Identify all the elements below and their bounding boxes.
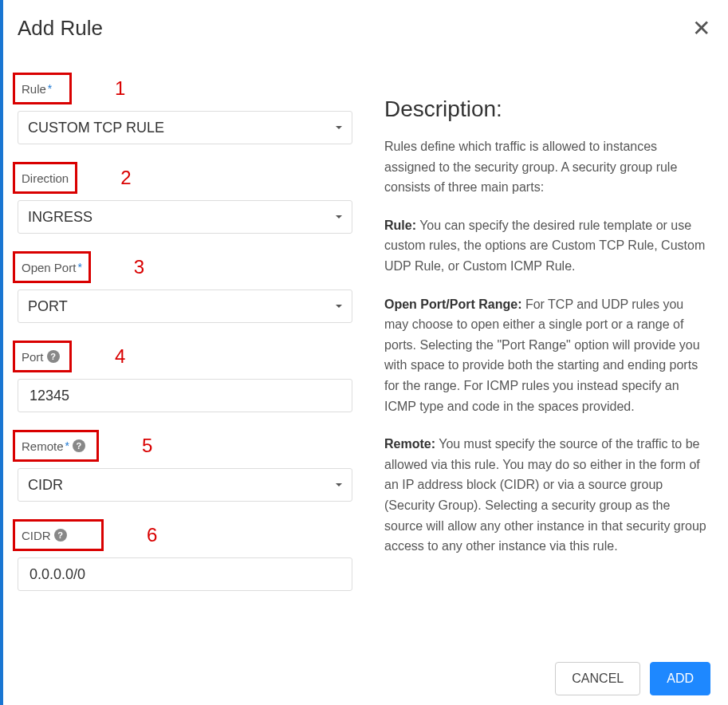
remote-select-value: CIDR: [28, 477, 63, 494]
label-open-port: Open Port: [22, 261, 76, 274]
open-port-select[interactable]: PORT: [18, 289, 352, 323]
description-remote: Remote: You must specify the source of t…: [384, 434, 710, 557]
field-rule: Rule * 1 CUSTOM TCP RULE: [13, 73, 352, 144]
remote-select[interactable]: CIDR: [18, 468, 352, 502]
annotation-number-5: 5: [142, 435, 152, 457]
close-icon[interactable]: ✕: [692, 18, 710, 40]
description-heading: Description:: [384, 96, 710, 122]
modal-body: Rule * 1 CUSTOM TCP RULE Direction 2: [10, 73, 710, 609]
required-star-icon: *: [65, 439, 69, 452]
label-remote: Remote: [22, 439, 64, 453]
annotation-number-6: 6: [147, 524, 157, 546]
add-button[interactable]: ADD: [650, 662, 710, 695]
field-cidr: CIDR ? 6: [13, 519, 352, 591]
label-direction: Direction: [22, 171, 69, 185]
open-port-select-value: PORT: [28, 298, 68, 315]
add-rule-modal: Add Rule ✕ Rule * 1 CUSTOM TCP RULE: [0, 0, 728, 705]
label-row-open-port: Open Port * 3: [13, 251, 352, 283]
help-icon[interactable]: ?: [47, 350, 60, 363]
field-port: Port ? 4: [13, 341, 352, 412]
help-icon[interactable]: ?: [73, 439, 85, 452]
modal-header: Add Rule ✕: [10, 16, 710, 41]
annotation-number-3: 3: [134, 256, 144, 278]
label-row-port: Port ? 4: [13, 341, 352, 372]
description-intro: Rules define which traffic is allowed to…: [384, 136, 710, 198]
label-box-open-port: Open Port *: [13, 251, 91, 283]
description-remote-text: You must specify the source of the traff…: [384, 437, 706, 553]
port-input-wrapper: [18, 379, 352, 412]
help-icon[interactable]: ?: [54, 529, 67, 542]
rule-select-value: CUSTOM TCP RULE: [28, 120, 164, 136]
description-column: Description: Rules define which traffic …: [384, 73, 710, 609]
label-rule: Rule: [22, 82, 46, 96]
modal-title: Add Rule: [18, 16, 692, 41]
rule-select[interactable]: CUSTOM TCP RULE: [18, 111, 352, 144]
description-rule-label: Rule:: [384, 219, 416, 232]
description-remote-label: Remote:: [384, 437, 435, 451]
label-cidr: CIDR: [22, 529, 51, 542]
annotation-number-2: 2: [120, 167, 131, 189]
direction-select[interactable]: INGRESS: [18, 200, 352, 234]
port-input[interactable]: [28, 387, 342, 405]
cidr-input-wrapper: [18, 557, 352, 591]
direction-select-value: INGRESS: [28, 209, 92, 226]
label-box-direction: Direction: [13, 162, 77, 194]
label-row-direction: Direction 2: [13, 162, 352, 194]
label-box-remote: Remote * ?: [13, 430, 99, 462]
label-box-cidr: CIDR ?: [13, 519, 104, 551]
field-remote: Remote * ? 5 CIDR: [13, 430, 352, 502]
label-box-rule: Rule *: [13, 73, 72, 104]
description-rule-text: You can specify the desired rule templat…: [384, 219, 705, 273]
label-row-rule: Rule * 1: [13, 73, 352, 104]
modal-footer: CANCEL ADD: [555, 662, 710, 695]
cancel-button[interactable]: CANCEL: [555, 662, 640, 695]
cidr-input[interactable]: [28, 565, 342, 584]
label-port: Port: [22, 350, 44, 364]
annotation-number-1: 1: [115, 77, 125, 100]
label-row-remote: Remote * ? 5: [13, 430, 352, 462]
description-port: Open Port/Port Range: For TCP and UDP ru…: [384, 294, 710, 417]
description-rule: Rule: You can specify the desired rule t…: [384, 215, 710, 277]
annotation-number-4: 4: [115, 345, 125, 368]
form-column: Rule * 1 CUSTOM TCP RULE Direction 2: [10, 73, 352, 609]
description-port-text: For TCP and UDP rules you may choose to …: [384, 297, 700, 413]
required-star-icon: *: [48, 82, 52, 95]
label-box-port: Port ?: [13, 341, 72, 372]
field-direction: Direction 2 INGRESS: [13, 162, 352, 234]
label-row-cidr: CIDR ? 6: [13, 519, 352, 551]
description-port-label: Open Port/Port Range:: [384, 297, 521, 311]
required-star-icon: *: [77, 261, 81, 274]
field-open-port: Open Port * 3 PORT: [13, 251, 352, 323]
